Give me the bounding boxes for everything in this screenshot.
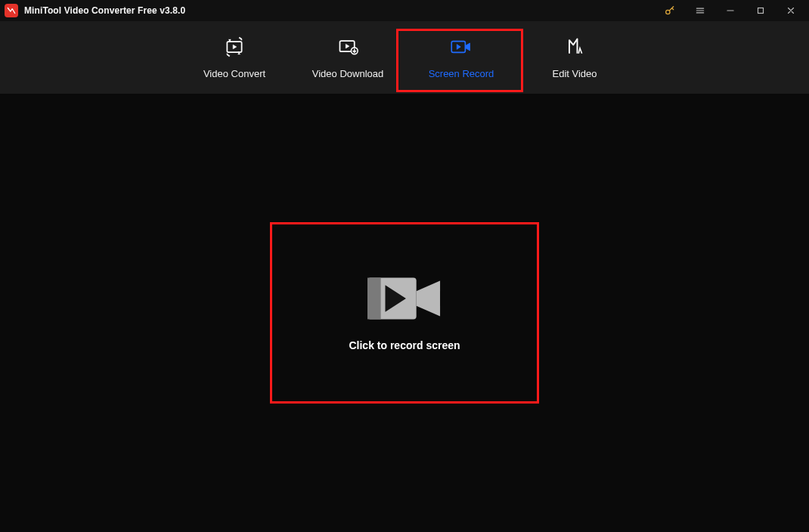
highlight-box-tab	[396, 29, 523, 92]
minimize-button[interactable]	[715, 0, 745, 21]
key-icon	[664, 5, 676, 17]
svg-rect-7	[367, 278, 381, 320]
maximize-button[interactable]	[745, 0, 776, 21]
maximize-icon	[755, 5, 766, 16]
app-title: MiniTool Video Converter Free v3.8.0	[24, 5, 185, 16]
app-logo-glyph	[6, 5, 17, 16]
tab-label: Edit Video	[552, 68, 597, 79]
tab-edit-video[interactable]: Edit Video	[518, 21, 631, 94]
hamburger-menu-icon	[695, 5, 705, 16]
video-convert-icon	[224, 36, 245, 57]
top-nav: Video Convert Video Download Screen Reco…	[0, 21, 809, 94]
close-button[interactable]	[776, 0, 806, 21]
record-cta-label: Click to record screen	[349, 339, 460, 351]
video-download-icon	[337, 36, 358, 57]
close-icon	[786, 5, 796, 16]
minimize-icon	[725, 5, 736, 16]
camera-icon	[367, 274, 442, 323]
record-screen-panel[interactable]: Click to record screen	[270, 222, 539, 404]
titlebar-controls	[655, 0, 806, 21]
tab-screen-record[interactable]: Screen Record	[404, 21, 518, 94]
hamburger-menu-button[interactable]	[685, 0, 715, 21]
svg-rect-1	[758, 8, 764, 14]
app-logo	[5, 4, 18, 17]
titlebar: MiniTool Video Converter Free v3.8.0	[0, 0, 809, 21]
tab-video-convert[interactable]: Video Convert	[178, 21, 291, 94]
edit-video-icon	[564, 36, 585, 57]
tab-label: Video Convert	[203, 68, 265, 79]
main-area: Click to record screen	[0, 94, 809, 532]
tab-video-download[interactable]: Video Download	[291, 21, 404, 94]
tab-label: Video Download	[312, 68, 383, 79]
upgrade-key-button[interactable]	[655, 0, 685, 21]
